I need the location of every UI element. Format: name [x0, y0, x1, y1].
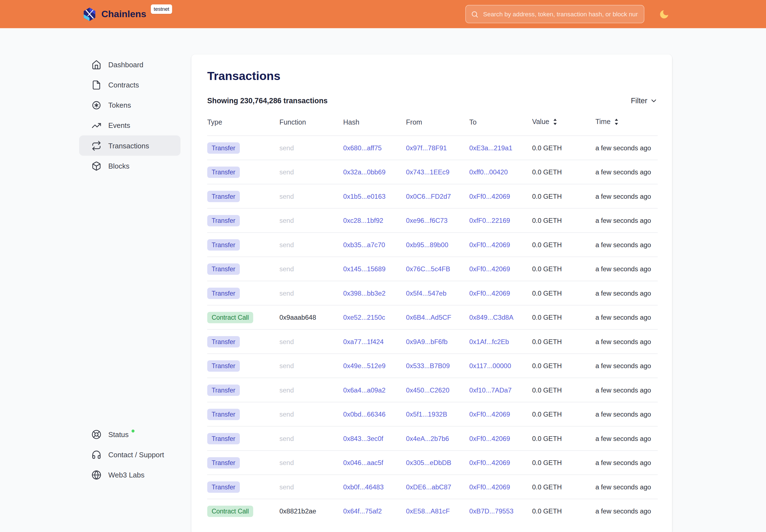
tx-hash-link[interactable]: 0xe52...2150c: [343, 314, 385, 321]
tx-to-link[interactable]: 0xB7D...79553: [470, 507, 514, 515]
tx-from-link[interactable]: 0x76C...5c4FB: [406, 265, 450, 273]
filter-button[interactable]: Filter: [631, 96, 658, 105]
tx-to-link[interactable]: 0x1Af...fc2Eb: [470, 338, 509, 345]
summary-row: Showing 230,764,286 transactions Filter: [207, 96, 658, 105]
tx-type-badge: Transfer: [207, 190, 240, 202]
sidebar-item-transactions[interactable]: Transactions: [79, 135, 180, 156]
table-row: Contract Call 0x9aaab648 0xe52...2150c 0…: [207, 305, 658, 329]
tx-to-link[interactable]: 0xFf0...42069: [470, 483, 510, 490]
tx-function: send: [279, 386, 294, 394]
table-row: Transfer send 0x49e...512e9 0x533...B7B0…: [207, 354, 658, 378]
table-row: Transfer send 0x1b5...e0163 0x0C6...FD2d…: [207, 184, 658, 208]
tx-to-link[interactable]: 0xFf0...42069: [470, 241, 510, 249]
tx-type-badge: Transfer: [207, 142, 240, 153]
tx-function: send: [279, 459, 294, 466]
tx-hash-link[interactable]: 0xb0f...46483: [343, 483, 384, 490]
tx-hash-link[interactable]: 0x145...15689: [343, 265, 386, 273]
tx-from-link[interactable]: 0xe96...f6C73: [406, 217, 448, 224]
tx-to-link[interactable]: 0xf10...7ADa7: [470, 386, 512, 394]
tx-from-link[interactable]: 0x743...1EEc9: [406, 168, 450, 176]
tx-to-link[interactable]: 0xFf0...42069: [470, 435, 510, 442]
tx-type-badge: Contract Call: [207, 505, 253, 517]
tx-to-link[interactable]: 0xFf0...42069: [470, 265, 510, 273]
tx-to-link[interactable]: 0xE3a...219a1: [470, 144, 512, 152]
repeat-icon: [91, 141, 101, 151]
tx-hash-link[interactable]: 0xb35...a7c70: [343, 241, 385, 249]
brand-name: Chainlens: [101, 9, 146, 19]
tx-hash-link[interactable]: 0x398...bb3e2: [343, 290, 386, 297]
tx-from-link[interactable]: 0x4eA...2b7b6: [406, 435, 449, 442]
tx-to-link[interactable]: 0xFf0...42069: [470, 459, 510, 466]
page-title: Transactions: [207, 69, 658, 83]
tx-hash-link[interactable]: 0xa77...1f424: [343, 338, 384, 345]
tx-from-link[interactable]: 0x9A9...bF6fb: [406, 338, 448, 345]
tx-hash-link[interactable]: 0x0bd...66346: [343, 410, 386, 418]
tx-time: a few seconds ago: [595, 507, 651, 515]
tx-hash-link[interactable]: 0x32a...0bb69: [343, 168, 386, 176]
table-row: Transfer send 0x6a4...a09a2 0x450...C262…: [207, 378, 658, 402]
tx-hash-link[interactable]: 0x680...aff75: [343, 144, 381, 152]
tx-from-link[interactable]: 0x6B4...Ad5CF: [406, 314, 451, 321]
tx-from-link[interactable]: 0xDE6...abC87: [406, 483, 452, 490]
tx-from-link[interactable]: 0x5f4...547eb: [406, 290, 447, 297]
search-input[interactable]: [482, 10, 639, 18]
tx-from-link[interactable]: 0x97f...78F91: [406, 144, 447, 152]
tx-hash-link[interactable]: 0x49e...512e9: [343, 362, 386, 370]
tx-to-link[interactable]: 0xfF0...22169: [470, 217, 510, 224]
tx-hash-link[interactable]: 0x843...3ec0f: [343, 435, 383, 442]
sidebar-item-dashboard[interactable]: Dashboard: [79, 54, 180, 74]
sidebar-footer-nav: Status Contact / Support Web3 Labs: [79, 424, 180, 485]
tx-value: 0.0 GETH: [532, 168, 562, 176]
sidebar-item-web3-labs[interactable]: Web3 Labs: [79, 465, 180, 485]
global-search: [465, 5, 644, 23]
tx-function: send: [279, 435, 294, 442]
tx-to-link[interactable]: 0x117...00000: [470, 362, 511, 370]
sidebar-item-blocks[interactable]: Blocks: [79, 156, 180, 176]
tx-hash-link[interactable]: 0x046...aac5f: [343, 459, 383, 466]
tx-function: send: [279, 290, 294, 297]
tx-to-link[interactable]: 0xFf0...42069: [470, 410, 510, 418]
sidebar-item-label: Blocks: [108, 162, 129, 170]
tx-from-link[interactable]: 0x5f1...1932B: [406, 410, 447, 418]
tx-function: send: [279, 144, 294, 152]
sidebar-item-events[interactable]: Events: [79, 115, 180, 135]
search-icon: [471, 10, 479, 18]
transactions-table: Type Function Hash From To Value Time Tr…: [207, 118, 658, 523]
tx-to-link[interactable]: 0xFf0...42069: [470, 290, 510, 297]
sidebar-item-label: Web3 Labs: [108, 471, 144, 479]
tx-from-link[interactable]: 0x305...eDbDB: [406, 459, 452, 466]
sidebar-item-tokens[interactable]: Tokens: [79, 95, 180, 115]
table-row: Transfer send 0xb35...a7c70 0xb95...89b0…: [207, 233, 658, 257]
column-header-from: From: [406, 118, 470, 136]
tx-hash-link[interactable]: 0x6a4...a09a2: [343, 386, 386, 394]
tx-from-link[interactable]: 0x450...C2620: [406, 386, 450, 394]
column-header-time[interactable]: Time: [595, 118, 658, 136]
transactions-table-body: Transfer send 0x680...aff75 0x97f...78F9…: [207, 136, 658, 523]
tx-time: a few seconds ago: [595, 168, 651, 176]
sidebar-item-contracts[interactable]: Contracts: [79, 75, 180, 95]
tx-to-link[interactable]: 0xff0...00420: [470, 168, 508, 176]
brand-home-link[interactable]: Chainlens testnet: [82, 0, 172, 28]
tx-type-badge: Transfer: [207, 336, 240, 347]
transactions-panel: Transactions Showing 230,764,286 transac…: [191, 54, 672, 532]
tx-type-badge: Transfer: [207, 239, 240, 250]
tx-hash-link[interactable]: 0xc28...1bf92: [343, 217, 383, 224]
sidebar-item-status[interactable]: Status: [79, 424, 180, 444]
tx-type-badge: Transfer: [207, 481, 240, 492]
column-header-value[interactable]: Value: [532, 118, 595, 136]
dark-mode-toggle[interactable]: [658, 8, 670, 21]
tx-hash-link[interactable]: 0x64f...75af2: [343, 507, 381, 515]
sidebar-item-contact-support[interactable]: Contact / Support: [79, 444, 180, 464]
tx-from-link[interactable]: 0xE58...A81cF: [406, 507, 450, 515]
tx-type-badge: Transfer: [207, 166, 240, 178]
sidebar-item-label: Dashboard: [108, 61, 143, 69]
tx-value: 0.0 GETH: [532, 144, 562, 152]
table-row: Contract Call 0x8821b2ae 0x64f...75af2 0…: [207, 499, 658, 523]
tx-from-link[interactable]: 0x0C6...FD2d7: [406, 193, 451, 200]
tx-from-link[interactable]: 0x533...B7B09: [406, 362, 450, 370]
tx-from-link[interactable]: 0xb95...89b00: [406, 241, 448, 249]
tx-type-badge: Transfer: [207, 384, 240, 396]
tx-hash-link[interactable]: 0x1b5...e0163: [343, 193, 386, 200]
tx-to-link[interactable]: 0x849...C3d8A: [470, 314, 514, 321]
tx-to-link[interactable]: 0xFf0...42069: [470, 193, 510, 200]
